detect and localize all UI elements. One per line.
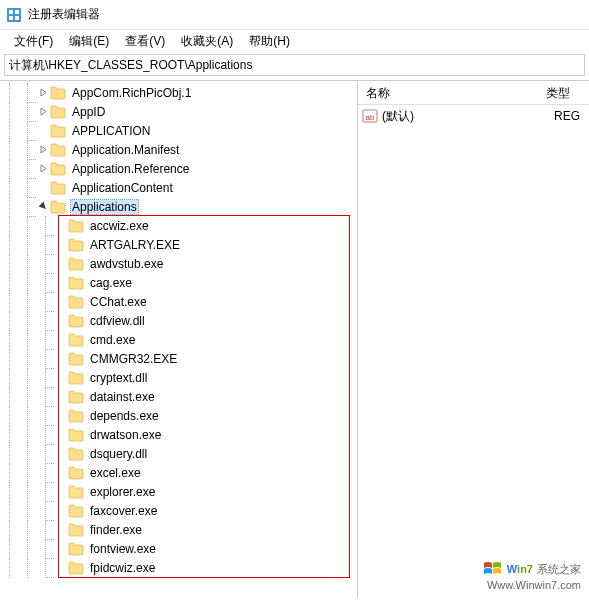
folder-icon (68, 390, 84, 404)
tree-scroll[interactable]: AppCom.RichPicObj.1AppIDAPPLICATIONAppli… (0, 81, 357, 598)
list-body: ab(默认)REG (358, 105, 589, 125)
tree-node[interactable]: AppID (0, 102, 357, 121)
list-header: 名称 类型 (358, 81, 589, 105)
tree-node[interactable]: CChat.exe (0, 292, 357, 311)
tree-node-label: cryptext.dll (88, 370, 149, 386)
wm-url: Www.Winwin7.com (483, 578, 581, 592)
tree-node-label: Applications (70, 199, 139, 215)
folder-icon (50, 143, 66, 157)
folder-icon (50, 105, 66, 119)
tree-node-label: AppCom.RichPicObj.1 (70, 85, 193, 101)
folder-icon (68, 314, 84, 328)
tree-node[interactable]: cryptext.dll (0, 368, 357, 387)
folder-icon (68, 428, 84, 442)
tree-node[interactable]: Applications (0, 197, 357, 216)
tree-node-label: CMMGR32.EXE (88, 351, 179, 367)
col-type[interactable]: 类型 (538, 81, 589, 104)
folder-icon (68, 409, 84, 423)
content: AppCom.RichPicObj.1AppIDAPPLICATIONAppli… (0, 80, 589, 598)
watermark: Win7 系统之家 Www.Winwin7.com (483, 560, 581, 592)
menu-file[interactable]: 文件(F) (6, 31, 61, 52)
tree-node[interactable]: fpidcwiz.exe (0, 558, 357, 577)
folder-icon (68, 485, 84, 499)
tree-node[interactable]: fontview.exe (0, 539, 357, 558)
tree-node[interactable]: AppCom.RichPicObj.1 (0, 83, 357, 102)
folder-icon (50, 181, 66, 195)
tree-node[interactable]: finder.exe (0, 520, 357, 539)
folder-icon (68, 295, 84, 309)
svg-rect-4 (15, 16, 19, 20)
tree-node-label: cdfview.dll (88, 313, 147, 329)
tree-node-label: AppID (70, 104, 107, 120)
windows-flag-icon (483, 560, 503, 578)
expander-closed[interactable] (36, 105, 50, 119)
col-name[interactable]: 名称 (358, 81, 538, 104)
tree-node[interactable]: cag.exe (0, 273, 357, 292)
tree-node[interactable]: depends.exe (0, 406, 357, 425)
folder-icon (68, 371, 84, 385)
tree-node-label: fontview.exe (88, 541, 158, 557)
expander-open[interactable] (36, 200, 50, 214)
wm-text: 系统之家 (537, 562, 581, 576)
folder-icon (50, 162, 66, 176)
tree-node[interactable]: dsquery.dll (0, 444, 357, 463)
folder-icon (50, 124, 66, 138)
svg-rect-3 (9, 16, 13, 20)
tree-node-label: ARTGALRY.EXE (88, 237, 182, 253)
menu-favorites[interactable]: 收藏夹(A) (173, 31, 241, 52)
value-type: REG (554, 109, 589, 123)
menu-view[interactable]: 查看(V) (117, 31, 173, 52)
tree-node-label: cag.exe (88, 275, 134, 291)
tree-node-label: dsquery.dll (88, 446, 149, 462)
svg-text:ab: ab (366, 113, 375, 122)
tree-node[interactable]: APPLICATION (0, 121, 357, 140)
tree: AppCom.RichPicObj.1AppIDAPPLICATIONAppli… (0, 81, 357, 577)
tree-node[interactable]: explorer.exe (0, 482, 357, 501)
string-value-icon: ab (362, 108, 378, 124)
folder-icon (68, 238, 84, 252)
folder-icon (68, 352, 84, 366)
folder-icon (68, 447, 84, 461)
expander-closed[interactable] (36, 86, 50, 100)
menu-help[interactable]: 帮助(H) (241, 31, 298, 52)
folder-icon (68, 219, 84, 233)
tree-pane: AppCom.RichPicObj.1AppIDAPPLICATIONAppli… (0, 81, 358, 598)
tree-node-label: faxcover.exe (88, 503, 159, 519)
tree-node[interactable]: cmd.exe (0, 330, 357, 349)
expander-closed[interactable] (36, 143, 50, 157)
folder-icon (68, 523, 84, 537)
tree-node[interactable]: datainst.exe (0, 387, 357, 406)
tree-node[interactable]: accwiz.exe (0, 216, 357, 235)
window-title: 注册表编辑器 (28, 6, 100, 23)
tree-node-label: depends.exe (88, 408, 161, 424)
tree-node-label: Application.Reference (70, 161, 191, 177)
tree-node[interactable]: ApplicationContent (0, 178, 357, 197)
tree-node[interactable]: excel.exe (0, 463, 357, 482)
regedit-icon (6, 7, 22, 23)
address-bar[interactable]: 计算机\HKEY_CLASSES_ROOT\Applications (4, 54, 585, 76)
tree-node[interactable]: Application.Reference (0, 159, 357, 178)
tree-node[interactable]: Application.Manifest (0, 140, 357, 159)
tree-node[interactable]: ARTGALRY.EXE (0, 235, 357, 254)
tree-node[interactable]: drwatson.exe (0, 425, 357, 444)
tree-node-label: ApplicationContent (70, 180, 175, 196)
menu-edit[interactable]: 编辑(E) (61, 31, 117, 52)
tree-node-label: explorer.exe (88, 484, 157, 500)
wm-in7: in7 (517, 563, 533, 575)
expander-closed[interactable] (36, 162, 50, 176)
tree-node-label: APPLICATION (70, 123, 152, 139)
svg-rect-2 (15, 10, 19, 14)
wm-w: W (507, 563, 517, 575)
list-row[interactable]: ab(默认)REG (358, 107, 589, 125)
tree-node[interactable]: faxcover.exe (0, 501, 357, 520)
address-text: 计算机\HKEY_CLASSES_ROOT\Applications (9, 57, 252, 74)
folder-icon (68, 561, 84, 575)
tree-node-label: fpidcwiz.exe (88, 560, 157, 576)
folder-icon (68, 542, 84, 556)
tree-node[interactable]: cdfview.dll (0, 311, 357, 330)
tree-node-label: awdvstub.exe (88, 256, 165, 272)
tree-node[interactable]: awdvstub.exe (0, 254, 357, 273)
list-pane: 名称 类型 ab(默认)REG Win7 系统之家 Www.Winwin7.co… (358, 81, 589, 598)
tree-node[interactable]: CMMGR32.EXE (0, 349, 357, 368)
tree-node-label: Application.Manifest (70, 142, 181, 158)
